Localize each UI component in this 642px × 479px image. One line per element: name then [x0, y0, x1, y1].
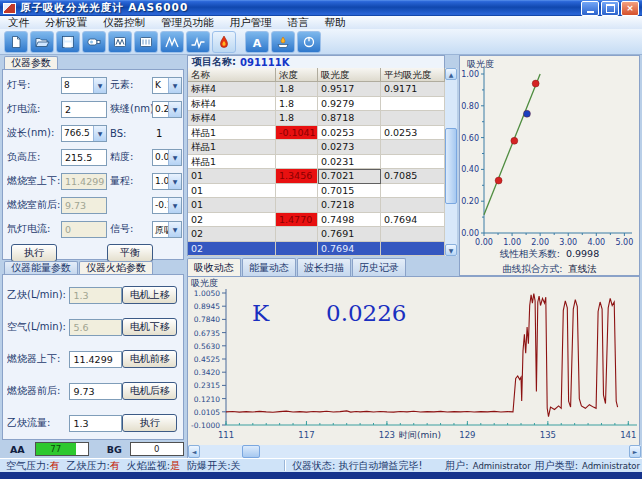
chevron-down-icon[interactable]: ▼ — [168, 102, 181, 117]
menu-item-7[interactable]: 帮助 — [317, 16, 354, 29]
param-field-7b-value: 原吸 — [153, 222, 168, 237]
table-row-6[interactable]: 样品10.0231 — [188, 155, 445, 170]
param-field-4a[interactable]: 215.5 — [61, 149, 107, 166]
table-row-7[interactable]: 011.34560.70210.7085 — [188, 169, 445, 184]
flame-field-3[interactable]: 11.4299 — [69, 351, 122, 368]
param-control: 9.73 — [61, 197, 107, 214]
balance-button[interactable]: 平衡 — [107, 244, 153, 262]
chevron-down-icon[interactable]: ▼ — [168, 222, 181, 237]
status-item-value: 关 — [231, 460, 241, 471]
motor-button-3[interactable]: 电机前移 — [122, 350, 177, 368]
menu-item-2[interactable]: 分析设置 — [37, 16, 95, 29]
param-field-3b: 1 — [152, 128, 162, 139]
param-field-2a[interactable]: 2 — [61, 101, 107, 118]
execute-button[interactable]: 执行 — [11, 244, 57, 262]
tab-dynamics-4[interactable]: 历史记录 — [352, 258, 406, 276]
table-scrollbar[interactable]: ▲ ▼ — [445, 68, 457, 256]
chevron-down-icon[interactable]: ▼ — [168, 150, 181, 165]
status-item-4: 防爆开关:关 — [187, 459, 240, 472]
menu-item-3[interactable]: 仪器控制 — [95, 16, 153, 29]
chevron-down-icon[interactable]: ▼ — [93, 78, 106, 93]
menu-item-5[interactable]: 用户管理 — [222, 16, 280, 29]
conc-cell: 1.8 — [276, 97, 318, 112]
motor-button-1[interactable]: 电机上移 — [122, 286, 177, 304]
table-row-1[interactable]: 标样41.80.95170.9171 — [188, 82, 445, 97]
svg-text:1.00: 1.00 — [503, 238, 521, 247]
power-icon — [301, 35, 317, 49]
tab-dynamics-3[interactable]: 波长扫描 — [297, 258, 351, 276]
chevron-down-icon[interactable]: ▼ — [168, 78, 181, 93]
table-row-8[interactable]: 010.7015 — [188, 184, 445, 199]
tab-left-lower-1[interactable]: 仪器能量参数 — [4, 261, 78, 274]
chevron-down-icon[interactable]: ▼ — [93, 126, 106, 141]
burner-button[interactable] — [271, 31, 295, 53]
motor-button-4[interactable]: 电机后移 — [122, 382, 177, 400]
param-field-2b[interactable]: 0.2▼ — [152, 101, 182, 118]
column-header-1[interactable]: 名称 — [188, 68, 276, 82]
hollow-cathode-lamp-button[interactable] — [82, 31, 106, 53]
flame-field-5[interactable]: 1.3 — [69, 415, 122, 432]
status-bar: 空气压力:有乙炔压力:有火焰监视:是防爆开关:关 仪器状态: 执行自动增益完毕!… — [0, 458, 642, 479]
scroll-track[interactable] — [200, 445, 629, 458]
table-row-9[interactable]: 010.7218 — [188, 198, 445, 213]
save-button[interactable] — [56, 31, 80, 53]
column-header-2[interactable]: 浓度 — [276, 68, 318, 82]
table-row-10[interactable]: 021.47700.74980.7694 — [188, 213, 445, 228]
param-field-3a-value: 766.5 — [62, 126, 93, 141]
time-scrollbar[interactable]: ◄ ► — [188, 445, 641, 458]
param-field-5b[interactable]: 1.0050▼ — [152, 173, 182, 190]
name-cell: 标样4 — [188, 97, 276, 112]
wavelength-peaks-button[interactable] — [160, 31, 184, 53]
table-row-5[interactable]: 样品10.0273 — [188, 140, 445, 155]
scroll-up-icon[interactable]: ▲ — [445, 68, 457, 80]
new-file-button[interactable] — [4, 31, 28, 53]
flame-label: 燃烧器前后: — [7, 384, 69, 398]
chevron-down-icon[interactable]: ▼ — [168, 174, 181, 189]
motor-button-2[interactable]: 电机下移 — [122, 318, 177, 336]
table-row-3[interactable]: 标样41.80.8718 — [188, 111, 445, 126]
flame-field-4[interactable]: 9.73 — [69, 383, 122, 400]
minimize-button[interactable] — [581, 1, 599, 16]
tab-dynamics-2[interactable]: 能量动态 — [242, 258, 296, 276]
avg-cell: 0.7694 — [381, 213, 445, 228]
maximize-button[interactable] — [601, 1, 619, 16]
tab-instrument-params-1[interactable]: 仪器参数 — [4, 56, 58, 69]
tab-dynamics-1[interactable]: 吸收动态 — [187, 258, 241, 276]
menu-item-4[interactable]: 管理员功能 — [153, 16, 222, 29]
flame-button[interactable] — [212, 31, 236, 53]
table-row-11[interactable]: 020.7691 — [188, 227, 445, 242]
open-file-button[interactable] — [30, 31, 54, 53]
table-row-12[interactable]: 020.7694 — [188, 242, 445, 257]
close-button[interactable]: × — [621, 1, 639, 16]
param-field-7b[interactable]: 原吸▼ — [152, 221, 182, 238]
title-bar[interactable]: 原子吸收分光光度计 AAS6000 × — [0, 0, 642, 16]
scroll-thumb[interactable] — [445, 128, 457, 204]
scroll-right-icon[interactable]: ► — [629, 445, 641, 458]
chevron-down-icon[interactable]: ▼ — [168, 198, 181, 213]
table-row-4[interactable]: 样品1-0.10410.02530.0253 — [188, 126, 445, 141]
auto-gain-button[interactable]: A — [245, 31, 269, 53]
signal-wave-button[interactable] — [186, 31, 210, 53]
param-field-1b[interactable]: K▼ — [152, 77, 182, 94]
scroll-down-icon[interactable]: ▼ — [445, 244, 457, 256]
scroll-left-icon[interactable]: ◄ — [188, 445, 200, 458]
param-field-1a[interactable]: 8▼ — [61, 77, 107, 94]
element-lamp-button[interactable] — [108, 31, 132, 53]
power-button[interactable] — [297, 31, 321, 53]
menu-item-1[interactable]: 文件 — [0, 16, 37, 29]
sample-cell-button[interactable] — [134, 31, 158, 53]
menu-item-6[interactable]: 语言 — [280, 16, 317, 29]
param-field-1a-value: 8 — [62, 78, 93, 93]
param-field-3a[interactable]: 766.5▼ — [61, 125, 107, 142]
scroll-track[interactable] — [445, 80, 457, 244]
scroll-thumb[interactable] — [242, 445, 260, 458]
column-header-4[interactable]: 平均吸光度 — [381, 68, 445, 82]
motor-button-5[interactable]: 执行 — [122, 414, 177, 432]
instrument-status-value: 执行自动增益完毕! — [339, 460, 423, 471]
table-row-2[interactable]: 标样41.80.9279 — [188, 97, 445, 112]
column-header-3[interactable]: 吸光度 — [318, 68, 381, 82]
param-field-4b[interactable]: 0.0000▼ — [152, 149, 182, 166]
param-field-6b[interactable]: -0.1000▼ — [152, 197, 182, 214]
conc-cell — [276, 184, 318, 199]
tab-left-lower-2[interactable]: 仪器火焰参数 — [79, 261, 153, 274]
